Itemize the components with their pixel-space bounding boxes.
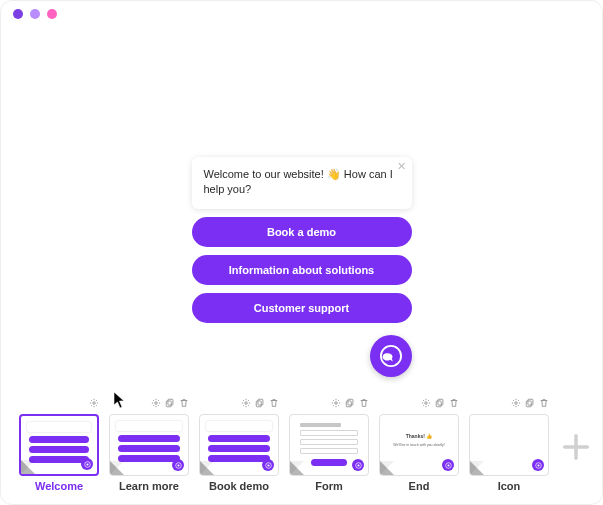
screen-thumbnail-icon[interactable]: [469, 414, 549, 476]
svg-point-13: [267, 464, 269, 466]
svg-point-19: [425, 402, 428, 405]
svg-rect-5: [168, 399, 173, 405]
chat-option-book-demo[interactable]: Book a demo: [192, 217, 412, 247]
svg-point-23: [447, 464, 449, 466]
svg-point-18: [357, 464, 359, 466]
chat-greeting-bubble: ✕ Welcome to our website! 👋 How can I he…: [192, 157, 412, 209]
screen-label: Book demo: [209, 480, 269, 492]
screen-label: End: [409, 480, 430, 492]
svg-rect-25: [528, 399, 533, 405]
screen-item-welcome: Welcome: [19, 398, 99, 492]
svg-point-3: [86, 463, 88, 465]
trash-icon[interactable]: [449, 398, 459, 408]
svg-rect-15: [348, 399, 353, 405]
svg-rect-11: [256, 401, 261, 407]
chat-bubble-icon: [380, 345, 402, 367]
svg-rect-20: [438, 399, 443, 405]
plus-icon: [559, 430, 593, 464]
svg-rect-26: [526, 401, 531, 407]
svg-point-8: [177, 464, 179, 466]
svg-point-9: [245, 402, 248, 405]
svg-rect-6: [166, 401, 171, 407]
screen-item-book-demo: Book demo: [199, 398, 279, 492]
screen-item-icon: Icon: [469, 398, 549, 492]
screen-item-end: Thanks! 👍 We'll be in touch with you sho…: [379, 398, 459, 492]
screen-thumbnail-learn-more[interactable]: [109, 414, 189, 476]
copy-icon[interactable]: [255, 398, 265, 408]
screen-label: Icon: [498, 480, 521, 492]
preview-canvas: ✕ Welcome to our website! 👋 How can I he…: [1, 27, 602, 397]
gear-icon[interactable]: [511, 398, 521, 408]
screens-row: Welcome Learn more: [1, 398, 602, 492]
svg-point-1: [93, 402, 96, 405]
svg-point-28: [537, 464, 539, 466]
copy-icon[interactable]: [345, 398, 355, 408]
svg-point-4: [155, 402, 158, 405]
screen-thumbnail-book-demo[interactable]: [199, 414, 279, 476]
screen-label: Form: [315, 480, 343, 492]
gear-icon[interactable]: [331, 398, 341, 408]
gear-icon[interactable]: [241, 398, 251, 408]
svg-point-14: [335, 402, 338, 405]
chat-option-info-solutions[interactable]: Information about solutions: [192, 255, 412, 285]
gear-icon[interactable]: [421, 398, 431, 408]
window-dot-zoom[interactable]: [47, 9, 57, 19]
svg-rect-10: [258, 399, 263, 405]
add-screen-button[interactable]: [559, 410, 593, 484]
screen-label: Welcome: [35, 480, 83, 492]
gear-icon[interactable]: [89, 398, 99, 408]
close-icon[interactable]: ✕: [397, 161, 406, 172]
window-dot-minimize[interactable]: [30, 9, 40, 19]
trash-icon[interactable]: [359, 398, 369, 408]
screen-thumbnail-end[interactable]: Thanks! 👍 We'll be in touch with you sho…: [379, 414, 459, 476]
chat-option-customer-support[interactable]: Customer support: [192, 293, 412, 323]
svg-rect-21: [436, 401, 441, 407]
copy-icon[interactable]: [165, 398, 175, 408]
chat-launcher-button[interactable]: [370, 335, 412, 377]
app-window: ✕ Welcome to our website! 👋 How can I he…: [0, 0, 603, 505]
end-subtitle: We'll be in touch with you shortly!: [380, 443, 458, 447]
copy-icon[interactable]: [435, 398, 445, 408]
window-dot-close[interactable]: [13, 9, 23, 19]
screen-thumbnail-welcome[interactable]: [19, 414, 99, 476]
gear-icon[interactable]: [151, 398, 161, 408]
screen-item-form: Form: [289, 398, 369, 492]
svg-rect-16: [346, 401, 351, 407]
chat-widget: ✕ Welcome to our website! 👋 How can I he…: [192, 157, 412, 377]
svg-point-24: [515, 402, 518, 405]
screen-thumbnail-form[interactable]: [289, 414, 369, 476]
chat-greeting-text: Welcome to our website! 👋 How can I help…: [204, 168, 393, 195]
trash-icon[interactable]: [179, 398, 189, 408]
trash-icon[interactable]: [269, 398, 279, 408]
trash-icon[interactable]: [539, 398, 549, 408]
screen-label: Learn more: [119, 480, 179, 492]
copy-icon[interactable]: [525, 398, 535, 408]
screen-item-learn-more: Learn more: [109, 398, 189, 492]
window-titlebar: [1, 1, 602, 27]
end-title: Thanks! 👍: [380, 433, 458, 439]
